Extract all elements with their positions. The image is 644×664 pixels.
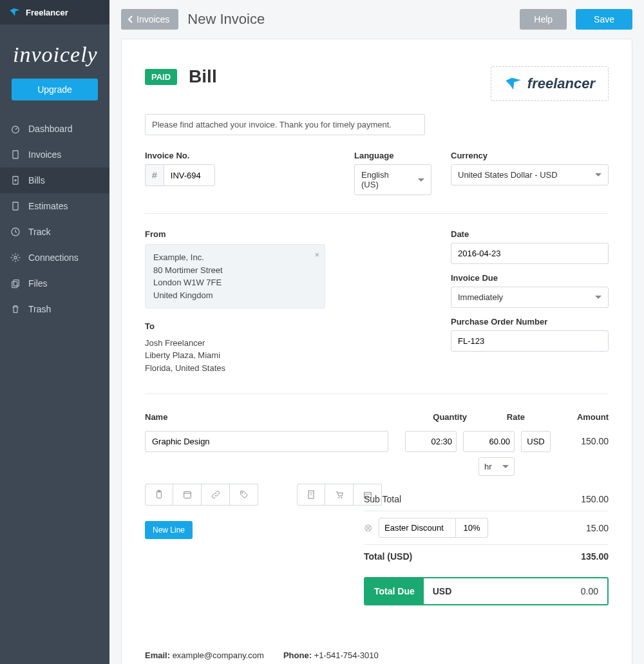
email-label: Email:: [145, 650, 170, 660]
sidebar-item-files[interactable]: Files: [0, 270, 109, 296]
tool-cart-button[interactable]: [325, 484, 354, 506]
date-label: Date: [451, 229, 609, 239]
from-label: From: [145, 229, 425, 239]
save-button[interactable]: Save: [576, 9, 632, 30]
svg-point-0: [12, 126, 19, 133]
to-label: To: [145, 320, 425, 333]
tag-icon: [239, 489, 249, 500]
total-due-box: Total Due USD 0.00: [364, 577, 609, 605]
business-logo[interactable]: freelancer: [491, 66, 609, 101]
clipboard-icon: [154, 489, 164, 500]
svg-rect-13: [184, 491, 191, 498]
col-rate-label: Rate: [467, 412, 525, 422]
sidebar-item-label: Trash: [28, 304, 51, 314]
chevron-down-icon: [418, 178, 424, 182]
sidebar-item-bills[interactable]: Bills: [0, 167, 109, 193]
receipt-icon: [306, 489, 316, 500]
chevron-down-icon: [595, 296, 601, 299]
total-label: Total (USD): [364, 551, 412, 562]
calendar-icon: [182, 489, 193, 500]
main-area: Invoices New Invoice Help Save PAID Bill…: [109, 0, 644, 664]
email-value: example@company.com: [173, 650, 264, 660]
tool-link-button[interactable]: [202, 484, 230, 506]
sidebar: Freelancer invoicely Upgrade Dashboard I…: [0, 0, 109, 664]
footer-contact: Email: example@company.com Phone: +1-541…: [145, 650, 609, 660]
item-qty-input[interactable]: [405, 431, 457, 452]
item-amount: 150.00: [557, 431, 609, 446]
chevron-down-icon: [502, 465, 509, 468]
tool-receipt-button[interactable]: [297, 484, 325, 506]
tool-tag-button[interactable]: [230, 484, 258, 506]
freelancer-bird-icon: [9, 6, 21, 18]
col-qty-label: Quantity: [409, 412, 467, 422]
po-input[interactable]: [451, 330, 609, 352]
date-input[interactable]: [451, 243, 609, 264]
sidebar-item-track[interactable]: Track: [0, 219, 109, 245]
chevron-down-icon: [595, 173, 601, 176]
svg-rect-9: [14, 280, 19, 286]
sidebar-item-label: Files: [28, 278, 48, 289]
help-button[interactable]: Help: [520, 9, 567, 30]
item-rate-input[interactable]: [463, 431, 515, 452]
svg-rect-6: [13, 202, 18, 210]
sidebar-item-dashboard[interactable]: Dashboard: [0, 116, 109, 142]
item-name-input[interactable]: [145, 431, 388, 452]
line-item-row: hr 150.00: [145, 431, 609, 476]
clock-icon: [10, 227, 21, 237]
sidebar-item-label: Bills: [28, 175, 45, 185]
copy-icon: [10, 278, 21, 289]
sidebar-item-estimates[interactable]: Estimates: [0, 193, 109, 219]
phone-value: +1-541-754-3010: [314, 650, 379, 660]
svg-point-19: [338, 497, 339, 498]
item-unit-select[interactable]: hr: [478, 457, 515, 476]
chevron-left-icon: [128, 15, 134, 23]
sidebar-item-connections[interactable]: Connections: [0, 245, 109, 270]
svg-point-15: [242, 492, 243, 493]
back-button[interactable]: Invoices: [121, 9, 178, 30]
new-line-button[interactable]: New Line: [145, 521, 193, 539]
cart-icon: [334, 489, 345, 500]
page-title: New Invoice: [187, 11, 265, 28]
sidebar-item-invoices[interactable]: Invoices: [0, 142, 109, 167]
currency-select[interactable]: United States Dollar - USD: [451, 164, 609, 185]
item-unit-value: hr: [484, 462, 492, 471]
invoice-no-input[interactable]: [164, 164, 215, 186]
to-line: Florida, United States: [145, 362, 425, 375]
sidebar-item-label: Invoices: [28, 149, 61, 160]
discount-pct-input[interactable]: [456, 518, 488, 538]
invoice-no-label: Invoice No.: [145, 151, 274, 160]
language-value: English (US): [361, 170, 408, 189]
invoice-due-select[interactable]: Immediately: [451, 287, 609, 308]
language-label: Language: [354, 151, 431, 160]
document-type: Bill: [189, 66, 217, 87]
sidebar-item-trash[interactable]: Trash: [0, 296, 109, 322]
totals-block: Sub Total 150.00 ⊗ 15.00 Total (USD) 135…: [364, 488, 609, 605]
subtotal-label: Sub Total: [364, 494, 401, 504]
col-amount-label: Amount: [525, 412, 609, 422]
from-line: United Kingdom: [153, 289, 317, 302]
svg-point-8: [14, 256, 17, 259]
discount-name-input[interactable]: [379, 518, 456, 538]
hash-prefix: #: [145, 164, 164, 186]
total-due-amount: 0.00: [572, 578, 607, 604]
phone-label: Phone:: [283, 650, 312, 660]
tool-calendar-button[interactable]: [173, 484, 202, 506]
sidebar-item-label: Dashboard: [28, 124, 73, 134]
app-logo: invoicely: [0, 24, 109, 79]
document-icon: [10, 201, 21, 211]
tool-clipboard-button[interactable]: [145, 484, 173, 506]
from-card[interactable]: × Example, Inc. 80 Mortimer Street Londo…: [145, 244, 325, 308]
upgrade-button[interactable]: Upgrade: [12, 79, 98, 100]
language-select[interactable]: English (US): [354, 164, 431, 195]
invoice-description-input[interactable]: [145, 114, 425, 135]
svg-rect-10: [12, 281, 17, 287]
remove-discount-icon[interactable]: ⊗: [364, 522, 372, 534]
workspace-name: Freelancer: [26, 8, 68, 17]
remove-from-icon[interactable]: ×: [314, 249, 319, 261]
workspace-header[interactable]: Freelancer: [0, 0, 109, 24]
gauge-icon: [10, 124, 21, 134]
col-name-label: Name: [145, 412, 409, 422]
item-currency-input[interactable]: [521, 431, 551, 452]
business-logo-text: freelancer: [527, 75, 595, 92]
document-icon: [10, 149, 21, 160]
